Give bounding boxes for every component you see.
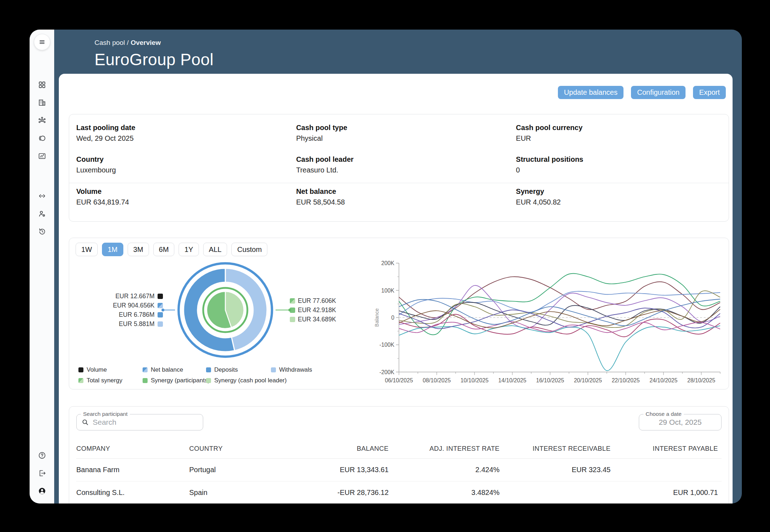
donut-panel: EUR 12.667MEUR 904.656KEUR 6.786MEUR 5.8… (76, 258, 373, 389)
range-button-1w[interactable]: 1W (76, 243, 98, 256)
info-field-label: Cash pool type (296, 124, 509, 132)
range-button-3m[interactable]: 3M (128, 243, 149, 256)
total-synergy-legend-swatch (78, 378, 83, 383)
search-input[interactable]: Search participant Search (76, 414, 203, 430)
breadcrumb-section[interactable]: Cash pool (94, 39, 125, 46)
info-field: Structural positions0 (509, 151, 729, 183)
configuration-button[interactable]: Configuration (631, 86, 686, 99)
menu-button[interactable] (34, 34, 50, 50)
info-field: Cash pool currencyEUR (509, 119, 729, 151)
breadcrumb-separator: / (125, 39, 131, 46)
connections-icon[interactable] (37, 191, 47, 201)
balance-line-chart: 200K100K0-100K-200K06/10/202508/10/20251… (373, 258, 723, 389)
cell-payable: EUR 1,000.71 (611, 481, 722, 504)
column-header-adj-interest-rate[interactable]: ADJ. INTEREST RATE (389, 441, 499, 459)
update-balances-button[interactable]: Update balances (558, 86, 623, 99)
network-icon[interactable] (37, 116, 47, 125)
user-settings-icon[interactable] (37, 209, 47, 218)
export-button[interactable]: Export (693, 86, 726, 99)
participants-table: COMPANYCOUNTRYBALANCEADJ. INTEREST RATEI… (76, 441, 722, 503)
donut-value-label: EUR 5.881M (119, 320, 163, 328)
cell-rate: 3.4824% (389, 481, 499, 504)
cell-company: Consulting S.L. (76, 481, 189, 504)
svg-text:06/10/2025: 06/10/2025 (385, 377, 413, 383)
range-button-1y[interactable]: 1Y (179, 243, 199, 256)
range-button-all[interactable]: ALL (203, 243, 227, 256)
analytics-icon[interactable] (37, 151, 47, 161)
breadcrumb-current: Overview (130, 39, 161, 46)
info-field-label: Last pooling date (76, 124, 289, 132)
line-chart-svg: 200K100K0-100K-200K06/10/202508/10/20251… (373, 258, 723, 389)
app-window: Cash pool / Overview EuroGroup Pool Upda… (30, 30, 742, 503)
info-field-label: Volume (76, 187, 289, 196)
help-icon[interactable] (37, 451, 47, 460)
donut-value-text: EUR 77.606K (298, 297, 336, 305)
dashboard-icon[interactable] (37, 80, 47, 89)
donut-value-text: EUR 34.689K (298, 316, 336, 323)
balance-series-4 (399, 285, 720, 328)
legend-item: Total synergy (78, 377, 143, 384)
legend-label: Synergy (participants) (151, 377, 210, 384)
range-button-custom[interactable]: Custom (231, 243, 267, 256)
volume-legend-swatch (78, 367, 83, 372)
info-field-value: Wed, 29 Oct 2025 (76, 134, 289, 143)
table-row[interactable]: Banana FarmPortugalEUR 13,343.612.424%EU… (76, 459, 722, 481)
info-field: Cash pool leaderTreasuro Ltd. (289, 151, 509, 183)
legend-item: Synergy (cash pool leader) (206, 377, 271, 384)
donut-value-text: EUR 5.881M (119, 320, 154, 328)
column-header-balance[interactable]: BALANCE (279, 441, 389, 459)
charts-card: 1W1M3M6M1YALLCustom EUR 12.667MEUR 904.6… (69, 238, 729, 389)
donut-value-text: EUR 904.656K (113, 302, 155, 309)
info-field-label: Cash pool leader (296, 155, 509, 164)
cell-receivable (499, 481, 610, 504)
cell-country: Spain (189, 481, 279, 504)
company-icon[interactable] (37, 98, 47, 107)
column-header-company[interactable]: COMPANY (76, 441, 189, 459)
cell-company: Banana Farm (76, 459, 189, 481)
svg-text:-100K: -100K (380, 341, 395, 348)
column-header-country[interactable]: COUNTRY (189, 441, 279, 459)
time-range-selector: 1W1M3M6M1YALLCustom (76, 243, 723, 256)
cash-pool-icon[interactable] (37, 134, 47, 143)
balance-series-8 (399, 326, 720, 371)
cell-balance: EUR 13,343.61 (279, 459, 389, 481)
logout-icon[interactable] (37, 469, 47, 478)
svg-text:14/10/2025: 14/10/2025 (498, 377, 527, 383)
legend-label: Deposits (214, 366, 238, 373)
content-card: Update balances Configuration Export Las… (59, 74, 733, 503)
range-button-6m[interactable]: 6M (153, 243, 175, 256)
info-field: Net balanceEUR 58,504.58 (289, 183, 509, 215)
donut-chart: EUR 12.667MEUR 904.656KEUR 6.786MEUR 5.8… (76, 260, 373, 360)
net-balance-swatch (158, 303, 163, 308)
donut-svg (175, 260, 276, 360)
account-icon[interactable] (37, 486, 47, 496)
synergy-participants-legend-swatch (143, 378, 148, 383)
info-field-value: EUR 58,504.58 (296, 198, 509, 206)
balance-series-6 (399, 291, 720, 327)
date-picker[interactable]: Choose a date 29 Oct, 2025 (639, 414, 722, 430)
donut-left-labels: EUR 12.667MEUR 904.656KEUR 6.786MEUR 5.8… (113, 293, 163, 328)
range-button-1m[interactable]: 1M (102, 243, 123, 256)
donut-right-connector (276, 310, 290, 311)
total-synergy-swatch (290, 298, 295, 304)
legend-item: Deposits (206, 366, 271, 373)
page-header: Cash pool / Overview EuroGroup Pool (54, 30, 742, 74)
column-header-interest-receivable[interactable]: INTEREST RECEIVABLE (499, 441, 610, 459)
column-header-interest-payable[interactable]: INTEREST PAYABLE (611, 441, 722, 459)
info-field: SynergyEUR 4,050.82 (509, 183, 729, 215)
donut-value-label: EUR 904.656K (113, 302, 163, 309)
table-filters: Search participant Search Choose a date … (76, 414, 722, 430)
legend-label: Net balance (151, 366, 183, 373)
info-field: Last pooling dateWed, 29 Oct 2025 (69, 119, 289, 151)
search-placeholder: Search (93, 418, 117, 427)
svg-text:20/10/2025: 20/10/2025 (574, 377, 602, 383)
deposits-swatch (158, 312, 163, 317)
cell-balance: -EUR 28,736.12 (279, 481, 389, 504)
participants-card: Search participant Search Choose a date … (69, 406, 729, 503)
table-row[interactable]: Consulting S.L.Spain-EUR 28,736.123.4824… (76, 481, 722, 504)
history-icon[interactable] (37, 227, 47, 236)
legend-item: Net balance (143, 366, 206, 373)
donut-value-text: EUR 12.667M (115, 293, 155, 300)
cell-payable (611, 459, 722, 481)
donut-value-label: EUR 34.689K (290, 316, 336, 323)
